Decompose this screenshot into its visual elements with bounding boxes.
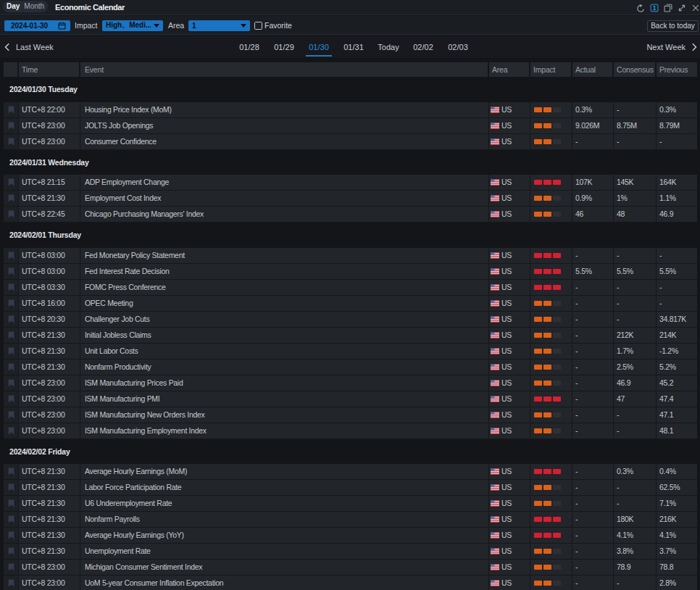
week-day-01-31[interactable]: 01/31: [336, 36, 371, 59]
bookmark-icon[interactable]: [8, 468, 14, 475]
bookmark-cell[interactable]: [4, 391, 19, 407]
bookmark-icon[interactable]: [8, 283, 14, 291]
week-day-Today[interactable]: Today: [371, 36, 406, 59]
bookmark-icon[interactable]: [8, 178, 14, 186]
event-row[interactable]: UTC+8 20:30 Challenger Job Cuts US: [4, 312, 697, 328]
event-row[interactable]: UTC+8 23:00 ISM Manufacturing Employment…: [4, 423, 697, 439]
bookmark-icon[interactable]: [8, 138, 14, 146]
event-row[interactable]: UTC+8 21:30 U6 Underemployment Rate US: [4, 496, 697, 512]
tab-month[interactable]: Month: [24, 1, 44, 12]
col-header-consensus[interactable]: Consensus: [614, 62, 657, 77]
bookmark-cell[interactable]: [4, 407, 19, 423]
event-row[interactable]: UTC+8 16:00 OPEC Meeting US -: [4, 296, 697, 312]
week-day-02-03[interactable]: 02/03: [441, 36, 475, 59]
event-row[interactable]: UTC+8 23:00 Consumer Confidence US: [4, 134, 697, 150]
col-header-bookmark[interactable]: [4, 62, 19, 77]
bookmark-cell[interactable]: [4, 496, 19, 512]
bookmark-icon[interactable]: [8, 315, 14, 323]
col-header-area[interactable]: Area: [489, 62, 530, 77]
back-to-today-button[interactable]: Back to today: [647, 20, 699, 32]
bookmark-cell[interactable]: [4, 328, 19, 344]
bookmark-icon[interactable]: [8, 363, 14, 371]
bookmark-icon[interactable]: [8, 299, 14, 307]
event-row[interactable]: UTC+8 23:00 ISM Manufacturing New Orders…: [4, 407, 697, 423]
bookmark-icon[interactable]: [8, 563, 14, 571]
event-row[interactable]: UTC+8 21:30 Nonfarm Productivity US: [4, 360, 697, 375]
event-row[interactable]: UTC+8 21:30 Employment Cost Index US: [4, 191, 697, 207]
bookmark-icon[interactable]: [8, 347, 14, 355]
bookmark-cell[interactable]: [4, 207, 19, 223]
col-header-time[interactable]: Time: [19, 62, 80, 77]
bookmark-icon[interactable]: [8, 427, 14, 435]
week-day-01-29[interactable]: 01/29: [267, 36, 301, 59]
bookmark-icon[interactable]: [8, 122, 14, 130]
chart-group-badge[interactable]: 1: [650, 4, 659, 12]
bookmark-cell[interactable]: [4, 423, 19, 439]
bookmark-icon[interactable]: [8, 547, 14, 555]
event-row[interactable]: UTC+8 23:00 JOLTS Job Openings US: [4, 118, 697, 134]
col-header-impact[interactable]: Impact: [530, 62, 572, 77]
bookmark-icon[interactable]: [8, 252, 14, 259]
event-row[interactable]: UTC+8 03:30 FOMC Press Conference US: [4, 280, 697, 296]
bookmark-icon[interactable]: [8, 194, 14, 202]
bookmark-icon[interactable]: [8, 531, 14, 539]
event-row[interactable]: UTC+8 23:00 ISM Manufacturing PMI US: [4, 391, 697, 407]
area-filter-select[interactable]: 1: [188, 20, 250, 31]
expand-icon[interactable]: [678, 4, 686, 12]
event-row[interactable]: UTC+8 21:30 Nonfarm Payrolls US: [4, 512, 697, 528]
event-row[interactable]: UTC+8 23:00 Michigan Consumer Sentiment …: [4, 560, 697, 576]
event-row[interactable]: UTC+8 21:30 Average Hourly Earnings (MoM…: [4, 464, 697, 480]
bookmark-icon[interactable]: [8, 331, 14, 339]
tab-day[interactable]: Day: [7, 1, 20, 12]
bookmark-icon[interactable]: [8, 579, 14, 587]
event-row[interactable]: UTC+8 23:00 ISM Manufacturing Prices Pai…: [4, 375, 697, 391]
bookmark-cell[interactable]: [4, 264, 19, 280]
bookmark-cell[interactable]: [4, 528, 19, 544]
bookmark-cell[interactable]: [4, 191, 19, 207]
event-row[interactable]: UTC+8 21:30 Unit Labor Costs US: [4, 344, 697, 360]
bookmark-icon[interactable]: [8, 106, 14, 114]
event-row[interactable]: UTC+8 21:30 Average Hourly Earnings (YoY…: [4, 528, 697, 544]
bookmark-icon[interactable]: [8, 210, 14, 218]
col-header-actual[interactable]: Actual: [572, 62, 614, 77]
bookmark-cell[interactable]: [4, 576, 19, 590]
week-day-01-28[interactable]: 01/28: [232, 36, 267, 59]
week-day-02-02[interactable]: 02/02: [406, 36, 441, 59]
bookmark-cell[interactable]: [4, 102, 19, 118]
bookmark-cell[interactable]: [4, 480, 19, 496]
event-row[interactable]: UTC+8 03:00 Fed Interest Rate Decision U…: [4, 264, 697, 280]
copy-icon[interactable]: [664, 4, 672, 12]
event-row[interactable]: UTC+8 22:00 Housing Price Index (MoM) US: [4, 102, 697, 118]
col-header-previous[interactable]: Previous: [657, 62, 697, 77]
bookmark-icon[interactable]: [8, 267, 14, 275]
event-row[interactable]: UTC+8 21:15 ADP Employment Change US: [4, 175, 697, 191]
close-icon[interactable]: [691, 4, 700, 12]
col-header-event[interactable]: Event: [80, 62, 489, 77]
bookmark-cell[interactable]: [4, 512, 19, 528]
event-row[interactable]: UTC+8 21:30 Unemployment Rate US: [4, 544, 697, 560]
event-row[interactable]: UTC+8 03:00 Fed Monetary Policy Statemen…: [4, 248, 697, 264]
event-row[interactable]: UTC+8 21:30 Labor Force Participation Ra…: [4, 480, 697, 496]
bookmark-icon[interactable]: [8, 395, 14, 403]
bookmark-cell[interactable]: [4, 134, 19, 150]
bookmark-icon[interactable]: [8, 499, 14, 507]
bookmark-cell[interactable]: [4, 296, 19, 312]
event-row[interactable]: UTC+8 21:30 Initial Jobless Claims US: [4, 328, 697, 344]
refresh-icon[interactable]: [636, 4, 645, 12]
bookmark-cell[interactable]: [4, 312, 19, 328]
event-row[interactable]: UTC+8 22:45 Chicago Purchasing Managers'…: [4, 207, 697, 223]
bookmark-cell[interactable]: [4, 280, 19, 296]
impact-filter-select[interactable]: High、Medi...: [102, 20, 163, 31]
bookmark-cell[interactable]: [4, 175, 19, 191]
favorite-checkbox[interactable]: [254, 22, 262, 30]
bookmark-cell[interactable]: [4, 360, 19, 375]
bookmark-cell[interactable]: [4, 544, 19, 560]
last-week-button[interactable]: Last Week: [4, 36, 54, 59]
date-picker-input[interactable]: 2024-01-30: [4, 20, 70, 31]
next-week-button[interactable]: Next Week: [646, 36, 697, 59]
bookmark-cell[interactable]: [4, 248, 19, 264]
bookmark-icon[interactable]: [8, 515, 14, 523]
bookmark-icon[interactable]: [8, 379, 14, 387]
bookmark-cell[interactable]: [4, 560, 19, 576]
bookmark-icon[interactable]: [8, 483, 14, 491]
